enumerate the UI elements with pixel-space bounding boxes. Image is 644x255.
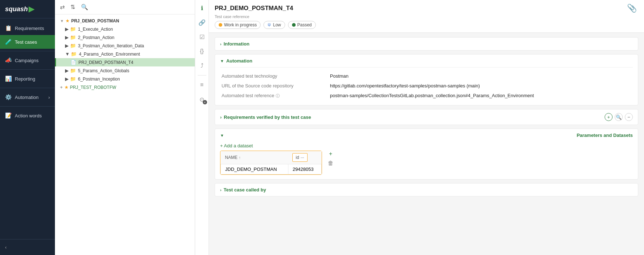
result-dot: [292, 23, 296, 27]
tree-item-label-4sub: PRJ_DEMO_POSTMAN_T4: [78, 60, 192, 65]
braces-strip-icon[interactable]: {}: [197, 46, 207, 56]
share-strip-icon[interactable]: ⤴: [197, 61, 207, 71]
status-label: Work in progress: [224, 22, 257, 27]
dataset-delete-btn[interactable]: 🗑: [328, 160, 334, 167]
field-val-url: https://gitlab.com/opentestfactory/test-…: [329, 81, 633, 91]
page-title: PRJ_DEMO_POSTMAN_T4: [215, 5, 293, 12]
field-label-ref: Automated test reference ⓘ: [220, 91, 329, 101]
clock-strip-icon[interactable]: ⊙ 4: [197, 94, 207, 104]
requirements-title[interactable]: › Requirements verified by this test cas…: [220, 114, 311, 120]
automation-section-header[interactable]: ▼ Automation: [215, 55, 638, 67]
called-by-section: › Test case called by: [215, 183, 638, 196]
sidebar-item-automation[interactable]: ⚙️ Automation ›: [0, 90, 55, 104]
sidebar-item-campaigns[interactable]: 📣 Campaigns: [0, 53, 55, 67]
dataset-table: NAME ↑ id ···: [220, 151, 322, 175]
requirements-title-text: Requirements verified by this test case: [224, 114, 311, 120]
table-row: JDD_DEMO_POSTMAN 29428053: [221, 164, 322, 174]
sidebar-item-action-words[interactable]: 📝 Action words: [0, 109, 55, 122]
sidebar-collapse-btn[interactable]: ‹: [5, 243, 50, 251]
reporting-icon: 📊: [5, 75, 12, 82]
list-strip-icon[interactable]: ≡: [197, 80, 207, 90]
tree-item-1[interactable]: + ▶ 📁 1_Execute_Action: [55, 25, 195, 33]
dataset-actions: + 🗑: [326, 151, 335, 167]
dataset-name-cell: JDD_DEMO_POSTMAN: [221, 164, 288, 174]
tree-item-4sub[interactable]: 📄 PRJ_DEMO_POSTMAN_T4: [55, 58, 195, 66]
status-badge[interactable]: Work in progress: [215, 21, 261, 29]
tree-secondary-root[interactable]: + ★ PRJ_TEST_ROBOTFW: [55, 83, 195, 91]
link-strip-icon[interactable]: 🔗: [197, 17, 207, 27]
requirements-icon: 📋: [5, 25, 12, 31]
sidebar-item-requirements[interactable]: 📋 Requirements: [0, 21, 55, 35]
sidebar-item-label: Test cases: [15, 39, 37, 45]
tree-sort-btn[interactable]: ⇅: [69, 3, 77, 11]
sidebar-divider-4: [0, 106, 55, 107]
add-dataset-btn[interactable]: + Add a dataset: [220, 142, 633, 151]
priority-arrow-icon: ⟱: [267, 22, 271, 27]
tree-collapse-icon[interactable]: ▼: [60, 19, 64, 23]
priority-label: Low: [273, 22, 281, 27]
logo: squash ▶: [0, 0, 55, 18]
information-section-header[interactable]: › Information: [215, 38, 638, 50]
tree-item-4[interactable]: + ▼ 📁 4_Params_Action_Environment: [55, 50, 195, 58]
field-label-tech: Automated test technology: [220, 71, 329, 81]
id-header-box: id ···: [292, 153, 307, 162]
parameters-section-body: + Add a dataset NAME ↑: [215, 142, 638, 179]
secondary-star-icon: ★: [64, 85, 69, 90]
id-col-dots[interactable]: ···: [301, 155, 304, 160]
tree-content: ▼ ★ PRJ_DEMO_POSTMAN + ▶ 📁 1_Execute_Act…: [55, 14, 195, 255]
folder-icon-4: ▼ 📁: [65, 51, 77, 57]
folder-icon-1: ▶ 📁: [65, 26, 76, 32]
col-name-label: NAME: [225, 155, 238, 160]
sidebar-item-test-cases[interactable]: 🧪 Test cases: [0, 35, 55, 49]
automation-expand-icon: ›: [48, 95, 50, 100]
check-strip-icon[interactable]: ☑: [197, 32, 207, 42]
tree-item-2[interactable]: + ▶ 📁 2_Postman_Action: [55, 33, 195, 42]
tree-toolbar: ⇄ ⇅ 🔍: [55, 0, 195, 14]
tree-panel: ⇄ ⇅ 🔍 ▼ ★ PRJ_DEMO_POSTMAN + ▶ 📁 1_Execu…: [55, 0, 195, 255]
requirements-header: › Requirements verified by this test cas…: [215, 109, 638, 125]
req-search-btn[interactable]: 🔍: [615, 113, 623, 121]
table-header-row: NAME ↑ id ···: [221, 151, 322, 164]
priority-badge[interactable]: ⟱ Low: [263, 21, 285, 29]
main-header: PRJ_DEMO_POSTMAN_T4 📎 Test case referenc…: [209, 0, 644, 33]
result-badge[interactable]: Passed: [288, 21, 316, 29]
tree-item-3[interactable]: + ▶ 📁 3_Postman_Action_Iteration_Data: [55, 42, 195, 50]
tree-sync-btn[interactable]: ⇄: [59, 3, 66, 11]
information-section: › Information: [215, 37, 638, 51]
info-chevron-icon: ›: [220, 42, 222, 46]
tree-item-label-6: 6_Postman_Inception: [78, 77, 192, 82]
sidebar-item-label: Requirements: [15, 26, 44, 31]
tree-item-5[interactable]: + ▶ 📁 5_Params_Action_Globals: [55, 66, 195, 75]
dataset-add-row-btn[interactable]: +: [329, 151, 332, 157]
strip-divider: [198, 75, 206, 75]
main-body: › Information ▼ Automation Automated tes…: [209, 33, 644, 255]
tree-search-btn[interactable]: 🔍: [80, 3, 90, 11]
campaigns-icon: 📣: [5, 57, 12, 64]
main-title-row: PRJ_DEMO_POSTMAN_T4 📎: [215, 4, 637, 13]
col-id-header: id ···: [288, 151, 321, 164]
tree-item-6[interactable]: + ▶ 📁 6_Postman_Inception: [55, 75, 195, 83]
field-label-url: URL of the Source code repository: [220, 81, 329, 91]
called-by-section-header[interactable]: › Test case called by: [215, 183, 638, 196]
clock-badge: 4: [203, 100, 207, 104]
automation-icon: ⚙️: [5, 94, 12, 100]
main-content: PRJ_DEMO_POSTMAN_T4 📎 Test case referenc…: [209, 0, 644, 255]
info-strip-icon[interactable]: ℹ: [197, 3, 207, 13]
secondary-root-label: PRJ_TEST_ROBOTFW: [70, 85, 116, 90]
folder-icon-5: ▶ 📁: [65, 68, 76, 73]
file-icon-4sub: 📄: [70, 60, 76, 65]
sort-icon[interactable]: ↑: [239, 155, 241, 160]
called-by-chevron-icon: ›: [220, 188, 222, 192]
automation-section-body: Automated test technology Postman URL of…: [215, 67, 638, 105]
sidebar-item-reporting[interactable]: 📊 Reporting: [0, 72, 55, 86]
called-by-title: Test case called by: [224, 187, 266, 193]
test-cases-icon: 🧪: [5, 39, 12, 45]
sidebar-item-label: Action words: [15, 113, 42, 118]
tree-add-btn[interactable]: +: [60, 85, 63, 90]
icon-strip: ℹ 🔗 ☑ {} ⤴ ≡ ⊙ 4: [195, 0, 209, 255]
req-remove-btn[interactable]: −: [625, 113, 633, 121]
req-add-btn[interactable]: +: [605, 113, 613, 121]
parameters-section-header[interactable]: ▼ Parameters and Datasets: [215, 129, 638, 142]
automation-table: Automated test technology Postman URL of…: [220, 71, 633, 101]
status-dot: [219, 23, 222, 27]
